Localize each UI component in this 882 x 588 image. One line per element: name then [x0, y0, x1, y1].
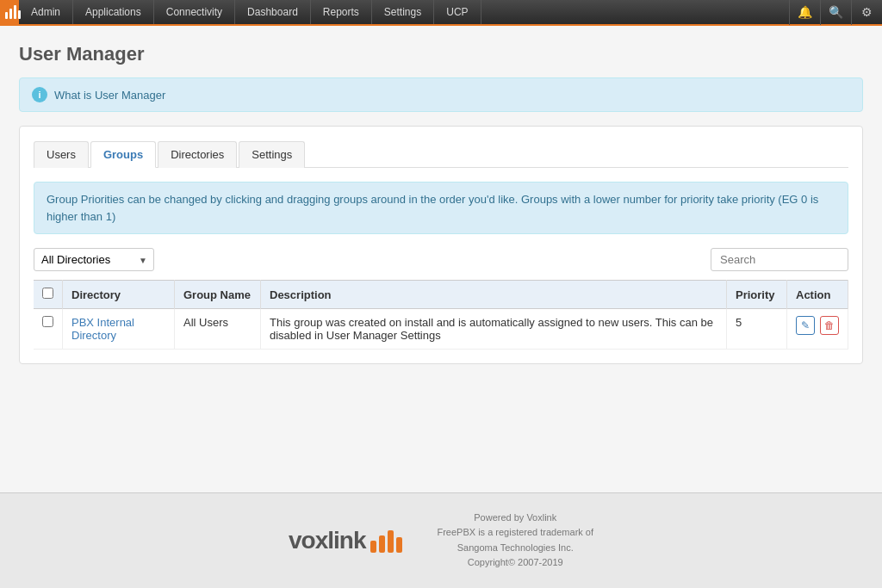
row-directory: PBX Internal Directory	[63, 309, 175, 350]
action-icons-group: ✎ 🗑	[796, 316, 839, 335]
main-content: User Manager i What is User Manager User…	[0, 26, 882, 492]
footer-bar-2	[379, 535, 385, 553]
tab-groups[interactable]: Groups	[90, 141, 156, 168]
notification-icon: 🔔	[798, 5, 812, 19]
footer-logo: voxlink	[289, 527, 402, 554]
toolbar-row: All Directories ▼	[34, 248, 848, 271]
nav-admin[interactable]: Admin	[19, 0, 73, 24]
row-group-name: All Users	[175, 309, 261, 350]
tab-directories[interactable]: Directories	[158, 141, 237, 168]
main-card: Users Groups Directories Settings Group …	[19, 126, 863, 364]
footer-company: Sangoma Technologies Inc.	[437, 541, 593, 556]
nav-dashboard[interactable]: Dashboard	[235, 0, 311, 24]
nav-connectivity[interactable]: Connectivity	[154, 0, 235, 24]
info-text: What is User Manager	[54, 89, 165, 102]
logo-bar-2	[9, 9, 12, 19]
row-action-cell: ✎ 🗑	[787, 309, 848, 350]
col-header-priority: Priority	[727, 281, 787, 309]
logo-bar-1	[5, 12, 8, 19]
row-checkbox[interactable]	[42, 316, 53, 327]
footer: voxlink Powered by Voxlink FreePBX is a …	[0, 492, 882, 588]
search-icon-btn[interactable]: 🔍	[820, 0, 851, 25]
footer-trademark: FreePBX is a registered trademark of	[437, 525, 593, 541]
nav-spacer	[481, 0, 789, 24]
col-header-checkbox	[34, 281, 63, 309]
row-priority: 5	[727, 309, 787, 350]
select-all-checkbox[interactable]	[42, 288, 53, 299]
col-header-action: Action	[787, 281, 848, 309]
col-header-group-name: Group Name	[175, 281, 261, 309]
nav-reports[interactable]: Reports	[311, 0, 372, 24]
page-title: User Manager	[19, 43, 863, 65]
row-checkbox-cell	[34, 309, 63, 350]
edit-button[interactable]: ✎	[796, 316, 815, 335]
col-header-description: Description	[261, 281, 727, 309]
nav-settings[interactable]: Settings	[372, 0, 434, 24]
table-body: PBX Internal Directory All Users This gr…	[34, 309, 848, 350]
logo	[0, 0, 19, 24]
footer-bar-3	[388, 530, 394, 553]
notice-box: Group Priorities can be changed by click…	[34, 182, 848, 234]
col-header-directory: Directory	[63, 281, 175, 309]
logo-bar-3	[14, 5, 16, 19]
notification-icon-btn[interactable]: 🔔	[789, 0, 820, 25]
top-navigation: Admin Applications Connectivity Dashboar…	[0, 0, 882, 26]
info-box: i What is User Manager	[19, 77, 863, 112]
footer-bar-1	[370, 541, 376, 553]
notice-text: Group Priorities can be changed by click…	[47, 193, 818, 223]
nav-ucp[interactable]: UCP	[434, 0, 481, 24]
footer-powered-by: Powered by Voxlink	[437, 511, 593, 526]
tab-bar: Users Groups Directories Settings	[34, 140, 848, 168]
search-input[interactable]	[711, 248, 848, 271]
tab-settings[interactable]: Settings	[239, 141, 305, 168]
search-icon: 🔍	[829, 5, 843, 19]
tab-users[interactable]: Users	[34, 141, 89, 168]
info-icon: i	[32, 87, 47, 102]
footer-logo-bars	[370, 529, 402, 553]
table-header-row: Directory Group Name Description Priorit…	[34, 281, 848, 309]
groups-table: Directory Group Name Description Priorit…	[34, 280, 848, 350]
footer-info: Powered by Voxlink FreePBX is a register…	[437, 511, 593, 571]
nav-icon-group: 🔔 🔍 ⚙	[789, 0, 882, 24]
row-description: This group was created on install and is…	[261, 309, 727, 350]
gear-icon-btn[interactable]: ⚙	[851, 0, 882, 25]
table-header: Directory Group Name Description Priorit…	[34, 281, 848, 309]
nav-applications[interactable]: Applications	[73, 0, 154, 24]
table-row: PBX Internal Directory All Users This gr…	[34, 309, 848, 350]
delete-button[interactable]: 🗑	[820, 316, 839, 335]
directory-select[interactable]: All Directories	[34, 248, 154, 271]
footer-bar-4	[396, 537, 402, 553]
directory-select-wrapper: All Directories ▼	[34, 248, 154, 271]
footer-copyright: Copyright© 2007-2019	[437, 555, 593, 571]
footer-logo-text: voxlink	[289, 527, 365, 554]
gear-icon: ⚙	[861, 5, 873, 19]
